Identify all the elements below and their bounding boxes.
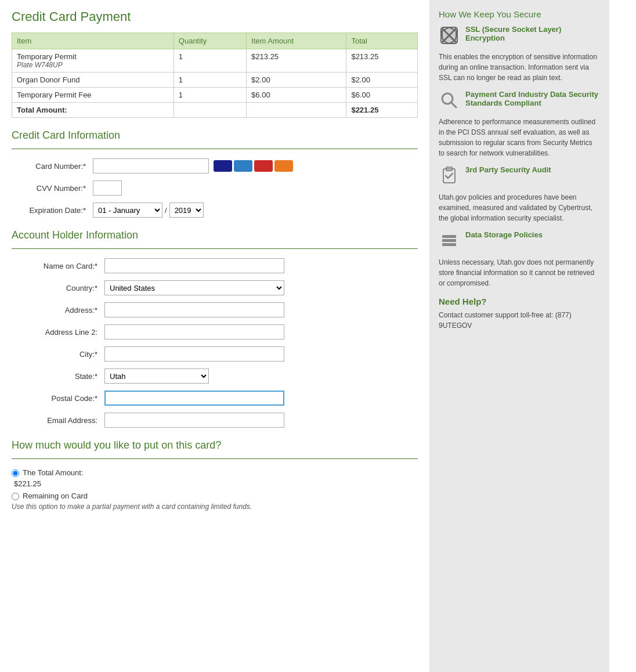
address-input[interactable] (104, 302, 284, 317)
card-number-wrapper (93, 158, 293, 174)
total-cell: $6.00 (346, 88, 418, 103)
total-amount-radio[interactable] (12, 469, 19, 477)
country-row: Country:* United States (12, 280, 418, 295)
amt-cell: $2.00 (247, 73, 346, 88)
item-cell: Organ Donor Fund (12, 73, 174, 88)
table-row: Organ Donor Fund1$2.00$2.00 (12, 73, 418, 88)
sidebar: How We Keep You Secure SSL (Secure Socke… (429, 0, 609, 672)
help-text: Contact customer support toll-free at: (… (439, 310, 600, 331)
item-sub: Plate W748UP (17, 61, 169, 69)
cvv-row: CVV Number:* (12, 180, 418, 196)
name-input[interactable] (104, 258, 284, 273)
audit-desc: Utah.gov policies and procedures have be… (439, 192, 600, 223)
account-section-title: Account Holder Information (12, 229, 418, 241)
card-number-input[interactable] (93, 158, 209, 174)
amt-cell: $6.00 (247, 88, 346, 103)
security-item-audit: 3rd Party Security Audit (439, 165, 600, 186)
name-label: Name on Card:* (12, 262, 104, 270)
pci-desc: Adherence to performance measurements ou… (439, 117, 600, 158)
visa-icon (214, 160, 232, 172)
total-val-cell: $221.25 (346, 103, 418, 118)
expiry-label: Expiration Date:* (12, 206, 93, 215)
country-select[interactable]: United States (104, 280, 284, 295)
expiry-month-select[interactable]: 01 - January02 - February03 - March04 - … (93, 203, 162, 218)
email-input[interactable] (104, 413, 284, 428)
storage-desc: Unless necessary, Utah.gov does not perm… (439, 257, 600, 288)
partial-note: Use this option to make a partial paymen… (12, 503, 418, 511)
email-row: Email Address: (12, 413, 418, 428)
amex-icon (234, 160, 252, 172)
security-item-pci: Payment Card Industry Data Security Stan… (439, 90, 600, 111)
remaining-label: Remaining on Card (23, 492, 88, 500)
svg-line-3 (451, 102, 456, 107)
ssl-info: SSL (Secure Socket Layer) Encryption (465, 25, 600, 45)
section-divider-1 (12, 149, 418, 149)
item-cell: Temporary Permit Fee (12, 88, 174, 103)
expiry-year-select[interactable]: 2019202020212022202320242025 (169, 203, 204, 218)
qty-cell: 1 (174, 88, 246, 103)
ssl-desc: This enables the encryption of sensitive… (439, 52, 600, 83)
section-divider-3 (12, 458, 418, 459)
total-cell: $2.00 (346, 73, 418, 88)
qty-cell: 1 (174, 49, 246, 73)
postal-row: Postal Code:* (12, 391, 418, 406)
total-amt-cell (247, 103, 346, 118)
col-item-amount: Item Amount (247, 33, 346, 49)
col-total: Total (346, 33, 418, 49)
remaining-radio[interactable] (12, 493, 19, 500)
name-row: Name on Card:* (12, 258, 418, 273)
clipboard-icon (439, 165, 460, 186)
total-label-cell: Total Amount: (12, 103, 174, 118)
item-cell: Temporary PermitPlate W748UP (12, 49, 174, 73)
expiry-separator: / (165, 206, 167, 215)
storage-title: Data Storage Policies (465, 230, 543, 239)
cvv-label: CVV Number:* (12, 184, 93, 193)
pci-info: Payment Card Industry Data Security Stan… (465, 90, 600, 110)
total-cell: $213.25 (346, 49, 418, 73)
mastercard-icon (254, 160, 273, 172)
city-label: City:* (12, 350, 104, 359)
email-label: Email Address: (12, 416, 104, 425)
expiry-wrapper: 01 - January02 - February03 - March04 - … (93, 203, 204, 218)
security-item-storage: Data Storage Policies (439, 230, 600, 251)
svg-rect-8 (442, 243, 456, 246)
ssl-title: SSL (Secure Socket Layer) Encryption (465, 25, 600, 42)
svg-rect-7 (442, 239, 456, 242)
state-label: State:* (12, 372, 104, 381)
address-row: Address:* (12, 302, 418, 317)
order-table: Item Quantity Item Amount Total Temporar… (12, 32, 418, 118)
amt-cell: $213.25 (247, 49, 346, 73)
total-amount-value: $221.25 (14, 479, 418, 488)
cvv-input[interactable] (93, 180, 122, 196)
total-row: Total Amount: $221.25 (12, 103, 418, 118)
total-amount-radio-row: The Total Amount: (12, 468, 418, 477)
sidebar-main-title: How We Keep You Secure (439, 9, 600, 19)
table-row: Temporary PermitPlate W748UP1$213.25$213… (12, 49, 418, 73)
card-icons (214, 160, 293, 172)
table-row: Temporary Permit Fee1$6.00$6.00 (12, 88, 418, 103)
qty-cell: 1 (174, 73, 246, 88)
col-item: Item (12, 33, 174, 49)
total-qty-cell (174, 103, 246, 118)
city-row: City:* (12, 346, 418, 362)
page-title: Credit Card Payment (12, 9, 418, 24)
audit-info: 3rd Party Security Audit (465, 165, 551, 176)
database-icon (439, 230, 460, 251)
postal-label: Postal Code:* (12, 394, 104, 403)
amount-section: The Total Amount: $221.25 Remaining on C… (12, 468, 418, 511)
state-select[interactable]: Utah (104, 368, 209, 384)
state-row: State:* Utah (12, 368, 418, 384)
postal-input[interactable] (104, 391, 284, 406)
credit-card-section-title: Credit Card Information (12, 129, 418, 142)
city-input[interactable] (104, 346, 284, 362)
col-quantity: Quantity (174, 33, 246, 49)
discover-icon (274, 160, 293, 172)
card-number-row: Card Number:* (12, 158, 418, 174)
address2-input[interactable] (104, 324, 284, 339)
expiry-row: Expiration Date:* 01 - January02 - Febru… (12, 203, 418, 218)
main-content: Credit Card Payment Item Quantity Item A… (0, 0, 429, 672)
address-label: Address:* (12, 306, 104, 315)
section-divider-2 (12, 248, 418, 249)
address2-label: Address Line 2: (12, 328, 104, 337)
total-amount-label: The Total Amount: (23, 468, 84, 477)
